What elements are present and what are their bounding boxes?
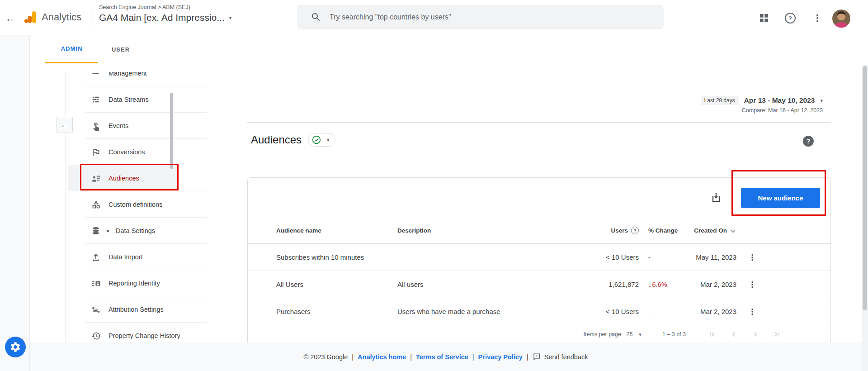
copyright: © 2023 Google bbox=[304, 353, 348, 361]
property-name: GA4 Main [ex. Ad Impressio... bbox=[99, 12, 225, 23]
last-page-icon[interactable] bbox=[773, 330, 782, 339]
prev-page-icon[interactable] bbox=[729, 330, 738, 339]
nav-item-management[interactable]: Management bbox=[30, 72, 208, 86]
events-touch-icon bbox=[90, 121, 102, 131]
new-audience-button[interactable]: New audience bbox=[741, 188, 820, 208]
pagination-bar: Items per page: 25 ▾ 1 – 3 of 3 bbox=[248, 325, 830, 343]
nav-item-data-streams[interactable]: Data Streams bbox=[30, 86, 208, 113]
check-circle-icon bbox=[311, 135, 321, 145]
chevron-down-icon[interactable]: ▾ bbox=[639, 332, 642, 337]
nav-item-audiences[interactable]: Audiences bbox=[30, 165, 208, 191]
nav-item-reporting-identity[interactable]: Reporting Identity bbox=[30, 270, 208, 296]
items-per-page-label: Items per page: bbox=[584, 331, 623, 338]
nav-item-data-settings[interactable]: ▶ Data Settings bbox=[30, 218, 208, 244]
google-apps-grid-icon[interactable] bbox=[759, 13, 769, 24]
data-quality-pill[interactable]: ▾ bbox=[308, 133, 335, 147]
send-feedback-button[interactable]: Send feedback bbox=[533, 352, 588, 361]
top-header-bar: ← Analytics Search Engine Journal > ABM … bbox=[0, 0, 868, 35]
kebab-menu-icon[interactable] bbox=[812, 13, 823, 24]
window-scrollbar-thumb[interactable] bbox=[863, 66, 867, 310]
flag-icon bbox=[90, 147, 102, 157]
breadcrumb: Search Engine Journal > ABM (SEJ) bbox=[99, 4, 190, 10]
row-kebab-menu-icon[interactable] bbox=[748, 253, 757, 262]
audiences-table-card: New audience Audience name Description U… bbox=[247, 177, 831, 344]
avatar[interactable] bbox=[832, 10, 850, 28]
first-page-icon[interactable] bbox=[708, 330, 717, 339]
chevron-down-icon: ▾ bbox=[327, 138, 330, 143]
history-clock-icon bbox=[90, 331, 102, 341]
window-scrollbar-track[interactable] bbox=[862, 65, 868, 371]
footer-link-analytics-home[interactable]: Analytics home bbox=[358, 353, 406, 361]
left-icon-rail bbox=[0, 35, 30, 371]
footer-link-privacy[interactable]: Privacy Policy bbox=[478, 353, 523, 361]
users-help-icon[interactable]: ? bbox=[631, 227, 639, 234]
footer-link-terms[interactable]: Terms of Service bbox=[416, 353, 468, 361]
pagination-range: 1 – 3 of 3 bbox=[662, 331, 686, 338]
nav-scrollbar-thumb[interactable] bbox=[170, 93, 173, 169]
search-bar[interactable] bbox=[297, 5, 664, 29]
upload-icon bbox=[90, 252, 102, 262]
help-icon[interactable]: ? bbox=[785, 13, 796, 24]
analytics-logo[interactable]: Analytics bbox=[24, 10, 81, 24]
col-header-users[interactable]: Users ? bbox=[565, 227, 639, 234]
col-header-description[interactable]: Description bbox=[397, 227, 565, 234]
date-range-badge: Last 28 days bbox=[701, 96, 739, 105]
expand-arrow-icon[interactable]: ▶ bbox=[107, 228, 110, 233]
nav-item-property-change-history[interactable]: Property Change History bbox=[30, 323, 208, 342]
col-header-audience-name[interactable]: Audience name bbox=[276, 227, 397, 234]
chevron-down-icon: ▾ bbox=[820, 98, 823, 103]
database-icon bbox=[90, 226, 102, 235]
back-arrow-icon[interactable]: ← bbox=[3, 10, 18, 26]
table-header-row: Audience name Description Users ? % Chan… bbox=[248, 218, 830, 244]
audiences-icon bbox=[90, 174, 102, 183]
collapse-nav-button[interactable]: ← bbox=[57, 117, 73, 133]
row-kebab-menu-icon[interactable] bbox=[748, 307, 757, 316]
shapes-icon bbox=[90, 200, 102, 209]
property-selector[interactable]: GA4 Main [ex. Ad Impressio... ▾ bbox=[99, 12, 231, 23]
search-input[interactable] bbox=[330, 13, 623, 21]
chevron-down-icon: ▾ bbox=[229, 15, 232, 20]
items-per-page-select[interactable]: 25 bbox=[626, 331, 632, 338]
sort-desc-icon bbox=[730, 227, 736, 234]
next-page-icon[interactable] bbox=[751, 330, 760, 339]
row-kebab-menu-icon[interactable] bbox=[748, 280, 757, 289]
attribution-path-icon bbox=[90, 305, 102, 314]
nav-item-conversions[interactable]: Conversions bbox=[30, 139, 208, 165]
date-range-value: Apr 13 - May 10, 2023 bbox=[744, 96, 815, 105]
tab-user[interactable]: USER bbox=[98, 35, 143, 63]
nav-item-data-import[interactable]: Data Import bbox=[30, 244, 208, 270]
footer: © 2023 Google | Analytics home | Terms o… bbox=[30, 342, 862, 371]
analytics-logo-icon bbox=[24, 10, 38, 24]
admin-gear-button[interactable] bbox=[5, 337, 26, 357]
tab-admin[interactable]: ADMIN bbox=[45, 35, 98, 63]
nav-item-custom-definitions[interactable]: Custom definitions bbox=[30, 191, 208, 218]
gear-icon bbox=[9, 341, 21, 353]
feedback-icon bbox=[533, 352, 541, 361]
col-header-created-on[interactable]: Created On bbox=[684, 227, 736, 234]
data-streams-icon bbox=[90, 95, 102, 104]
analytics-logo-text: Analytics bbox=[42, 11, 81, 23]
content-divider bbox=[247, 122, 831, 123]
down-arrow-icon: ↓ bbox=[648, 281, 652, 288]
table-row[interactable]: Subscribes within 10 minutes < 10 Users … bbox=[248, 244, 830, 271]
page-title: Audiences bbox=[251, 133, 302, 146]
dash-icon bbox=[90, 72, 102, 78]
negative-change: ↓6.6% bbox=[648, 281, 667, 288]
col-header-change[interactable]: % Change bbox=[639, 227, 684, 234]
header-divider bbox=[91, 5, 91, 29]
admin-nav-list: Management Data Streams Events Convers bbox=[30, 72, 208, 342]
identity-badge-icon bbox=[90, 279, 102, 288]
table-row[interactable]: Purchasers Users who have made a purchas… bbox=[248, 298, 830, 325]
date-compare-value: Compare: Mar 16 - Apr 12, 2023 bbox=[742, 107, 823, 114]
nav-item-attribution-settings[interactable]: Attribution Settings bbox=[30, 296, 208, 323]
download-icon[interactable] bbox=[710, 191, 722, 204]
date-range-picker[interactable]: Last 28 days Apr 13 - May 10, 2023 ▾ Com… bbox=[642, 96, 823, 114]
table-row[interactable]: All Users All users 1,621,872 ↓6.6% Mar … bbox=[248, 271, 830, 298]
search-icon bbox=[311, 12, 321, 23]
page-help-icon[interactable]: ? bbox=[803, 136, 814, 147]
